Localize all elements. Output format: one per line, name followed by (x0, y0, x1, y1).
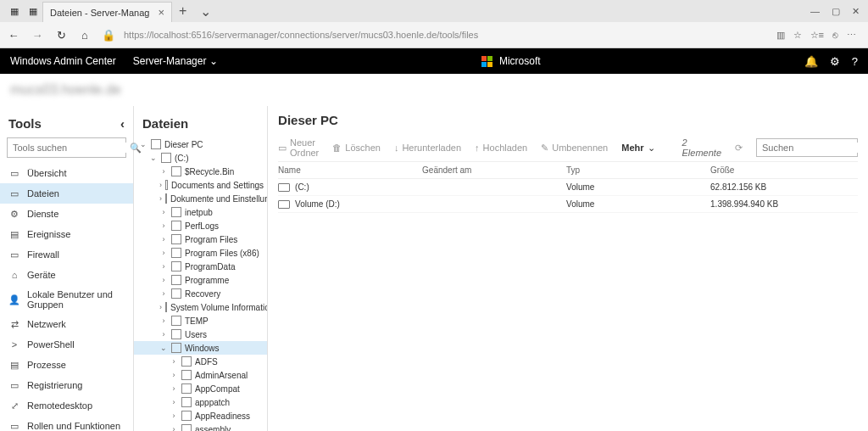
refresh-icon[interactable]: ⟳ (735, 143, 743, 154)
star-icon[interactable]: ☆ (793, 30, 802, 41)
tree-title: Dateien (134, 113, 267, 137)
close-icon[interactable]: × (158, 6, 164, 19)
tree-node[interactable]: ›Dokumente und Einstellungen (134, 192, 267, 205)
col-type[interactable]: Typ (566, 165, 710, 175)
tree-node[interactable]: ›inetpub (134, 205, 267, 219)
tree-node[interactable]: ›AppCompat (134, 382, 267, 395)
chevron-icon[interactable]: › (159, 289, 168, 298)
sidebar-item-übersicht[interactable]: ▭Übersicht (0, 163, 133, 183)
tree-node[interactable]: ›AdminArsenal (134, 368, 267, 382)
chevron-icon[interactable]: › (159, 303, 162, 311)
rename-button[interactable]: ✎ Umbenennen (541, 143, 608, 154)
table-row[interactable]: (C:)Volume62.812.156 KB (278, 179, 858, 196)
back-button[interactable]: ← (5, 29, 22, 42)
sidebar-item-lokale-benutzer-und-gruppen[interactable]: 👤Lokale Benutzer und Gruppen (0, 285, 133, 314)
tree-node[interactable]: ›TEMP (134, 314, 267, 327)
chevron-icon[interactable]: › (159, 167, 168, 176)
sidebar-item-ereignisse[interactable]: ▤Ereignisse (0, 224, 133, 244)
table-row[interactable]: Volume (D:)Volume1.398.994.940 KB (278, 196, 858, 213)
sidebar-item-registrierung[interactable]: ▭Registrierung (0, 375, 133, 395)
chevron-icon[interactable]: › (170, 384, 178, 393)
chevron-icon[interactable]: › (170, 371, 178, 379)
content-search-input[interactable] (762, 143, 868, 153)
chevron-icon[interactable]: ⌄ (149, 154, 158, 162)
chevron-icon[interactable]: › (159, 221, 168, 230)
content-search[interactable]: 🔍 (756, 138, 858, 157)
tree-node[interactable]: ›ProgramData (134, 260, 267, 273)
chevron-icon[interactable]: › (159, 235, 168, 243)
more-button[interactable]: Mehr ⌄ (621, 143, 654, 154)
chevron-icon[interactable]: › (159, 194, 162, 203)
col-name[interactable]: Name (278, 165, 422, 175)
sidebar-item-rollen-und-funktionen[interactable]: ▭Rollen und Funktionen (0, 416, 133, 431)
chevron-icon[interactable]: › (170, 357, 178, 366)
url-input[interactable]: https://localhost:6516/servermanager/con… (124, 28, 770, 42)
sidebar-item-powershell[interactable]: >PowerShell (0, 334, 133, 355)
chevron-icon[interactable]: › (170, 411, 178, 420)
collapse-icon[interactable]: ‹ (120, 116, 125, 131)
tab-chevron-icon[interactable]: ⌄ (193, 3, 218, 20)
help-icon[interactable]: ? (852, 55, 858, 68)
tree-node[interactable]: ⌄Windows (134, 341, 267, 355)
tree-node[interactable]: ›PerfLogs (134, 219, 267, 232)
chevron-icon[interactable]: › (159, 316, 168, 325)
upload-button[interactable]: ↑ Hochladen (475, 143, 527, 153)
sidebar-item-geräte[interactable]: ⌂Geräte (0, 265, 133, 285)
favorites-icon[interactable]: ☆≡ (810, 30, 824, 41)
chevron-icon[interactable]: ⌄ (139, 140, 147, 148)
chevron-icon[interactable]: › (170, 425, 178, 431)
tree-node[interactable]: ⌄Dieser PC (134, 137, 267, 151)
tools-search[interactable]: 🔍 (7, 137, 126, 158)
tree-node[interactable]: ›Program Files (x86) (134, 246, 267, 260)
browser-tab[interactable]: Dateien - Server-Manag × (42, 2, 172, 22)
col-modified[interactable]: Geändert am (422, 165, 566, 175)
sidebar-item-dienste[interactable]: ⚙Dienste (0, 204, 133, 224)
wac-title[interactable]: Windows Admin Center (10, 55, 116, 67)
tree-node[interactable]: ⌄(C:) (134, 151, 267, 165)
tool-label: Prozesse (27, 360, 66, 370)
tree-node[interactable]: ›apppatch (134, 395, 267, 409)
sidebar-item-prozesse[interactable]: ▤Prozesse (0, 355, 133, 375)
refresh-button[interactable]: ↻ (53, 29, 70, 42)
settings-icon[interactable]: ⚙ (830, 55, 840, 68)
download-button[interactable]: ↓ Herunterladen (394, 143, 461, 153)
chevron-icon[interactable]: › (170, 398, 178, 406)
home-button[interactable]: ⌂ (76, 29, 93, 42)
tree-node[interactable]: ›System Volume Information (134, 300, 267, 314)
sidebar-item-dateien[interactable]: ▭Dateien (0, 183, 133, 204)
delete-button[interactable]: 🗑 Löschen (332, 143, 381, 153)
chevron-icon[interactable]: › (159, 276, 168, 284)
forward-button[interactable]: → (29, 29, 46, 42)
tree-node[interactable]: ›Users (134, 327, 267, 341)
tree-node[interactable]: ›Documents and Settings (134, 178, 267, 192)
wac-context[interactable]: Server-Manager ⌄ (133, 55, 218, 67)
tree-node[interactable]: ›$Recycle.Bin (134, 165, 267, 178)
tree-node[interactable]: ›Program Files (134, 232, 267, 246)
new-tab-button[interactable]: + (172, 3, 193, 19)
chevron-icon[interactable]: › (159, 181, 162, 189)
more-icon[interactable]: ⋯ (847, 30, 856, 41)
tree-node[interactable]: ›AppReadiness (134, 409, 267, 423)
sidebar-item-firewall[interactable]: ▭Firewall (0, 244, 133, 265)
chevron-icon[interactable]: › (159, 208, 168, 216)
notifications-icon[interactable]: 🔔 (804, 55, 818, 68)
chevron-icon[interactable]: › (159, 262, 168, 271)
share-icon[interactable]: ⎋ (832, 30, 838, 41)
new-folder-button[interactable]: ▭ Neuer Ordner (278, 137, 319, 158)
maximize-icon[interactable]: ▢ (832, 6, 840, 17)
tree-node[interactable]: ›Programme (134, 273, 267, 287)
tree-node[interactable]: ›assembly (134, 423, 267, 431)
minimize-icon[interactable]: — (810, 6, 820, 17)
chevron-icon[interactable]: › (159, 330, 168, 339)
sidebar-item-netzwerk[interactable]: ⇄Netzwerk (0, 314, 133, 334)
col-size[interactable]: Größe (710, 165, 858, 175)
tree-label: Recovery (185, 289, 220, 299)
sidebar-item-remotedesktop[interactable]: ⤢Remotedesktop (0, 395, 133, 416)
reader-icon[interactable]: ▥ (776, 30, 785, 41)
tools-search-input[interactable] (13, 143, 130, 153)
tree-node[interactable]: ›Recovery (134, 287, 267, 300)
close-window-icon[interactable]: ✕ (852, 6, 860, 17)
chevron-icon[interactable]: › (159, 249, 168, 257)
tree-node[interactable]: ›ADFS (134, 355, 267, 368)
chevron-icon[interactable]: ⌄ (159, 344, 168, 352)
